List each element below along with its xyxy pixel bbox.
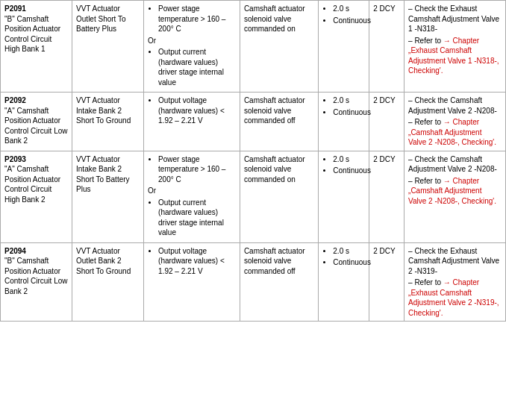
dtc-code: P2091 [4,4,26,13]
condition-item: Output current (hardware values) driver … [158,47,236,87]
dtc-code: P2092 [4,96,26,104]
time-item: 2.0 s [333,4,365,14]
activation-cell: Camshaft actuator solenoid valve command… [240,242,318,322]
time-cell: 2.0 sContinuous [319,151,369,242]
code-desc-cell: P2092"A" Camshaft Position Actuator Cont… [1,93,72,151]
remedy-line-1: – Check the Camshaft Adjustment Valve 2 … [408,154,502,175]
conditions-cell: Power stage temperature > 160 – 200° COr… [144,151,240,242]
time-cell: 2.0 sContinuous [319,93,369,151]
time-item: 2.0 s [333,154,365,165]
time-cell: 2.0 sContinuous [319,242,369,322]
condition-item: Output voltage (hardware values) < 1.92 … [158,246,236,277]
time-cell: 2.0 sContinuous [319,1,369,93]
remedy-line-1: – Check the Exhaust Camshaft Adjustment … [408,4,502,34]
or-text: Or [148,186,236,196]
table-row: P2092"A" Camshaft Position Actuator Cont… [1,93,506,151]
dtc-description: "A" Camshaft Position Actuator Control C… [4,107,67,145]
dtc-description: "A" Camshaft Position Actuator Control C… [4,165,60,204]
mil-cell: 2 DCY [369,151,405,242]
condition-item: Output voltage (hardware values) < 1.92 … [158,95,236,126]
activation-cell: Camshaft actuator solenoid valve command… [240,151,318,242]
conditions-cell: Power stage temperature > 160 – 200° COr… [144,1,240,93]
chapter-link[interactable]: → Chapter „Camshaft Adjustment Valve 2 -… [408,118,496,146]
mil-cell: 2 DCY [369,93,405,151]
time-item: Continuous [333,107,365,118]
condition-item: Power stage temperature > 160 – 200° C [158,4,236,34]
remedy-line-1: – Check the Camshaft Adjustment Valve 2 … [408,95,502,116]
dtc-code: P2093 [4,155,26,163]
dtc-code: P2094 [4,247,26,255]
conditions-cell: Output voltage (hardware values) < 1.92 … [144,93,240,151]
remedy-cell: – Check the Camshaft Adjustment Valve 2 … [405,93,506,151]
chapter-link[interactable]: → Chapter „Camshaft Adjustment Valve 2 -… [408,177,496,205]
component-cell: VVT Actuator Intake Bank 2 Short To Batt… [72,151,144,242]
remedy-line-1: – Check the Exhaust Camshaft Adjustment … [408,246,502,277]
mil-cell: 2 DCY [369,242,405,322]
component-cell: VVT Actuator Outlet Bank 2 Short To Grou… [72,242,144,322]
dtc-description: "B" Camshaft Position Actuator Control C… [4,15,60,54]
remedy-cell: – Check the Exhaust Camshaft Adjustment … [405,1,506,93]
time-item: 2.0 s [333,246,365,257]
table-row: P2094"B" Camshaft Position Actuator Cont… [1,242,506,322]
time-item: Continuous [333,16,365,26]
code-desc-cell: P2091"B" Camshaft Position Actuator Cont… [1,1,72,93]
component-cell: VVT Actuator Intake Bank 2 Short To Grou… [72,93,144,151]
time-item: 2.0 s [333,95,365,106]
conditions-cell: Output voltage (hardware values) < 1.92 … [144,242,240,322]
code-desc-cell: P2094"B" Camshaft Position Actuator Cont… [1,242,72,322]
remedy-line-2: – Refer to → Chapter „Camshaft Adjustmen… [408,176,502,207]
chapter-link[interactable]: → Chapter „Exhaust Camshaft Adjustment V… [408,278,499,317]
dtc-description: "B" Camshaft Position Actuator Control C… [4,257,67,295]
condition-item: Power stage temperature > 160 – 200° C [158,154,236,185]
table-row: P2091"B" Camshaft Position Actuator Cont… [1,1,506,93]
or-text: Or [148,36,236,46]
remedy-cell: – Check the Camshaft Adjustment Valve 2 … [405,151,506,242]
chapter-link[interactable]: → Chapter „Exhaust Camshaft Adjustment V… [408,37,499,75]
table-row: P2093"A" Camshaft Position Actuator Cont… [1,151,506,242]
diagnostic-table: P2091"B" Camshaft Position Actuator Cont… [0,0,506,322]
remedy-line-2: – Refer to → Chapter „Camshaft Adjustmen… [408,117,502,148]
time-item: Continuous [333,257,365,268]
activation-cell: Camshaft actuator solenoid valve command… [240,1,318,93]
remedy-cell: – Check the Exhaust Camshaft Adjustment … [405,242,506,322]
code-desc-cell: P2093"A" Camshaft Position Actuator Cont… [1,151,72,242]
activation-cell: Camshaft actuator solenoid valve command… [240,93,318,151]
time-item: Continuous [333,166,365,176]
component-cell: VVT Actuator Outlet Short To Battery Plu… [72,1,144,93]
mil-cell: 2 DCY [369,1,405,93]
condition-item: Output current (hardware values) driver … [158,198,236,238]
remedy-line-2: – Refer to → Chapter „Exhaust Camshaft A… [408,278,502,318]
remedy-line-2: – Refer to → Chapter „Exhaust Camshaft A… [408,36,502,76]
